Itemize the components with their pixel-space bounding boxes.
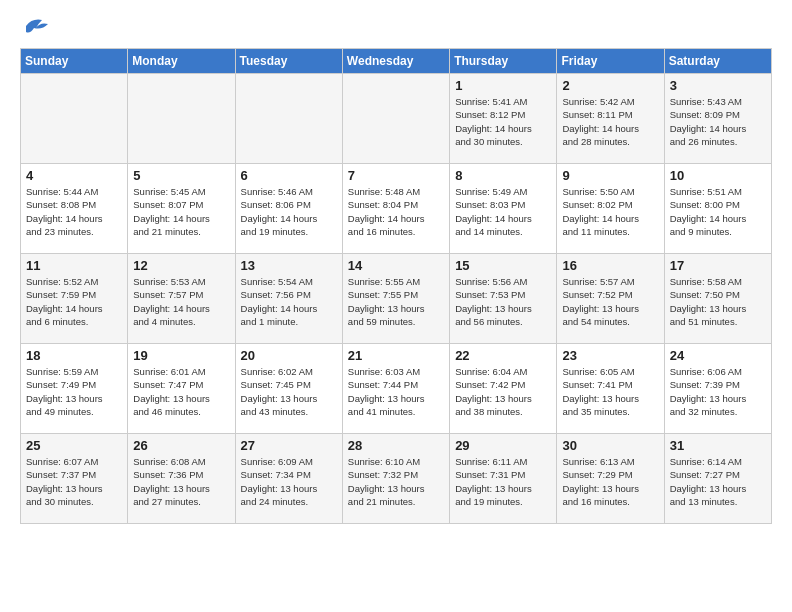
day-number: 4 bbox=[26, 168, 122, 183]
calendar-cell: 26Sunrise: 6:08 AM Sunset: 7:36 PM Dayli… bbox=[128, 434, 235, 524]
header bbox=[20, 16, 772, 36]
calendar-cell: 2Sunrise: 5:42 AM Sunset: 8:11 PM Daylig… bbox=[557, 74, 664, 164]
calendar-cell: 29Sunrise: 6:11 AM Sunset: 7:31 PM Dayli… bbox=[450, 434, 557, 524]
calendar-cell bbox=[21, 74, 128, 164]
day-info: Sunrise: 6:02 AM Sunset: 7:45 PM Dayligh… bbox=[241, 365, 337, 418]
day-header-saturday: Saturday bbox=[664, 49, 771, 74]
day-info: Sunrise: 6:01 AM Sunset: 7:47 PM Dayligh… bbox=[133, 365, 229, 418]
calendar-cell: 1Sunrise: 5:41 AM Sunset: 8:12 PM Daylig… bbox=[450, 74, 557, 164]
day-info: Sunrise: 5:41 AM Sunset: 8:12 PM Dayligh… bbox=[455, 95, 551, 148]
day-number: 21 bbox=[348, 348, 444, 363]
day-header-monday: Monday bbox=[128, 49, 235, 74]
calendar-week-row: 11Sunrise: 5:52 AM Sunset: 7:59 PM Dayli… bbox=[21, 254, 772, 344]
calendar-cell: 22Sunrise: 6:04 AM Sunset: 7:42 PM Dayli… bbox=[450, 344, 557, 434]
day-header-sunday: Sunday bbox=[21, 49, 128, 74]
day-info: Sunrise: 5:56 AM Sunset: 7:53 PM Dayligh… bbox=[455, 275, 551, 328]
day-number: 15 bbox=[455, 258, 551, 273]
day-info: Sunrise: 6:09 AM Sunset: 7:34 PM Dayligh… bbox=[241, 455, 337, 508]
calendar-cell: 14Sunrise: 5:55 AM Sunset: 7:55 PM Dayli… bbox=[342, 254, 449, 344]
day-number: 16 bbox=[562, 258, 658, 273]
day-number: 22 bbox=[455, 348, 551, 363]
day-number: 26 bbox=[133, 438, 229, 453]
calendar-cell: 12Sunrise: 5:53 AM Sunset: 7:57 PM Dayli… bbox=[128, 254, 235, 344]
calendar-cell: 8Sunrise: 5:49 AM Sunset: 8:03 PM Daylig… bbox=[450, 164, 557, 254]
day-info: Sunrise: 6:06 AM Sunset: 7:39 PM Dayligh… bbox=[670, 365, 766, 418]
calendar-cell: 10Sunrise: 5:51 AM Sunset: 8:00 PM Dayli… bbox=[664, 164, 771, 254]
day-header-friday: Friday bbox=[557, 49, 664, 74]
day-info: Sunrise: 5:51 AM Sunset: 8:00 PM Dayligh… bbox=[670, 185, 766, 238]
calendar-cell: 16Sunrise: 5:57 AM Sunset: 7:52 PM Dayli… bbox=[557, 254, 664, 344]
day-number: 27 bbox=[241, 438, 337, 453]
calendar-cell: 31Sunrise: 6:14 AM Sunset: 7:27 PM Dayli… bbox=[664, 434, 771, 524]
day-info: Sunrise: 5:42 AM Sunset: 8:11 PM Dayligh… bbox=[562, 95, 658, 148]
calendar-cell: 4Sunrise: 5:44 AM Sunset: 8:08 PM Daylig… bbox=[21, 164, 128, 254]
calendar-table: SundayMondayTuesdayWednesdayThursdayFrid… bbox=[20, 48, 772, 524]
calendar-cell: 23Sunrise: 6:05 AM Sunset: 7:41 PM Dayli… bbox=[557, 344, 664, 434]
day-info: Sunrise: 6:04 AM Sunset: 7:42 PM Dayligh… bbox=[455, 365, 551, 418]
calendar-cell: 21Sunrise: 6:03 AM Sunset: 7:44 PM Dayli… bbox=[342, 344, 449, 434]
calendar-cell: 28Sunrise: 6:10 AM Sunset: 7:32 PM Dayli… bbox=[342, 434, 449, 524]
calendar-cell: 13Sunrise: 5:54 AM Sunset: 7:56 PM Dayli… bbox=[235, 254, 342, 344]
calendar-week-row: 25Sunrise: 6:07 AM Sunset: 7:37 PM Dayli… bbox=[21, 434, 772, 524]
day-number: 25 bbox=[26, 438, 122, 453]
calendar-week-row: 1Sunrise: 5:41 AM Sunset: 8:12 PM Daylig… bbox=[21, 74, 772, 164]
day-info: Sunrise: 5:57 AM Sunset: 7:52 PM Dayligh… bbox=[562, 275, 658, 328]
day-info: Sunrise: 5:45 AM Sunset: 8:07 PM Dayligh… bbox=[133, 185, 229, 238]
day-number: 9 bbox=[562, 168, 658, 183]
day-info: Sunrise: 6:07 AM Sunset: 7:37 PM Dayligh… bbox=[26, 455, 122, 508]
day-number: 12 bbox=[133, 258, 229, 273]
day-number: 17 bbox=[670, 258, 766, 273]
calendar-cell: 7Sunrise: 5:48 AM Sunset: 8:04 PM Daylig… bbox=[342, 164, 449, 254]
day-number: 11 bbox=[26, 258, 122, 273]
day-info: Sunrise: 6:08 AM Sunset: 7:36 PM Dayligh… bbox=[133, 455, 229, 508]
day-info: Sunrise: 6:03 AM Sunset: 7:44 PM Dayligh… bbox=[348, 365, 444, 418]
day-number: 24 bbox=[670, 348, 766, 363]
calendar-cell bbox=[128, 74, 235, 164]
day-info: Sunrise: 6:13 AM Sunset: 7:29 PM Dayligh… bbox=[562, 455, 658, 508]
day-number: 8 bbox=[455, 168, 551, 183]
day-info: Sunrise: 5:53 AM Sunset: 7:57 PM Dayligh… bbox=[133, 275, 229, 328]
calendar-cell: 9Sunrise: 5:50 AM Sunset: 8:02 PM Daylig… bbox=[557, 164, 664, 254]
day-number: 5 bbox=[133, 168, 229, 183]
logo-bird-icon bbox=[22, 16, 50, 36]
day-info: Sunrise: 5:58 AM Sunset: 7:50 PM Dayligh… bbox=[670, 275, 766, 328]
calendar-cell: 11Sunrise: 5:52 AM Sunset: 7:59 PM Dayli… bbox=[21, 254, 128, 344]
day-number: 28 bbox=[348, 438, 444, 453]
calendar-cell: 25Sunrise: 6:07 AM Sunset: 7:37 PM Dayli… bbox=[21, 434, 128, 524]
logo bbox=[20, 16, 50, 36]
day-info: Sunrise: 5:48 AM Sunset: 8:04 PM Dayligh… bbox=[348, 185, 444, 238]
calendar-cell: 30Sunrise: 6:13 AM Sunset: 7:29 PM Dayli… bbox=[557, 434, 664, 524]
day-info: Sunrise: 6:11 AM Sunset: 7:31 PM Dayligh… bbox=[455, 455, 551, 508]
calendar-cell: 3Sunrise: 5:43 AM Sunset: 8:09 PM Daylig… bbox=[664, 74, 771, 164]
calendar-week-row: 4Sunrise: 5:44 AM Sunset: 8:08 PM Daylig… bbox=[21, 164, 772, 254]
calendar-cell: 18Sunrise: 5:59 AM Sunset: 7:49 PM Dayli… bbox=[21, 344, 128, 434]
calendar-cell: 19Sunrise: 6:01 AM Sunset: 7:47 PM Dayli… bbox=[128, 344, 235, 434]
day-header-thursday: Thursday bbox=[450, 49, 557, 74]
day-info: Sunrise: 5:54 AM Sunset: 7:56 PM Dayligh… bbox=[241, 275, 337, 328]
day-number: 19 bbox=[133, 348, 229, 363]
day-number: 6 bbox=[241, 168, 337, 183]
calendar-cell: 5Sunrise: 5:45 AM Sunset: 8:07 PM Daylig… bbox=[128, 164, 235, 254]
calendar-cell bbox=[342, 74, 449, 164]
calendar-cell: 17Sunrise: 5:58 AM Sunset: 7:50 PM Dayli… bbox=[664, 254, 771, 344]
day-number: 3 bbox=[670, 78, 766, 93]
calendar-cell: 20Sunrise: 6:02 AM Sunset: 7:45 PM Dayli… bbox=[235, 344, 342, 434]
day-number: 7 bbox=[348, 168, 444, 183]
calendar-cell: 24Sunrise: 6:06 AM Sunset: 7:39 PM Dayli… bbox=[664, 344, 771, 434]
day-info: Sunrise: 5:43 AM Sunset: 8:09 PM Dayligh… bbox=[670, 95, 766, 148]
calendar-cell: 27Sunrise: 6:09 AM Sunset: 7:34 PM Dayli… bbox=[235, 434, 342, 524]
day-number: 14 bbox=[348, 258, 444, 273]
calendar-week-row: 18Sunrise: 5:59 AM Sunset: 7:49 PM Dayli… bbox=[21, 344, 772, 434]
calendar-cell: 15Sunrise: 5:56 AM Sunset: 7:53 PM Dayli… bbox=[450, 254, 557, 344]
day-number: 20 bbox=[241, 348, 337, 363]
day-info: Sunrise: 5:59 AM Sunset: 7:49 PM Dayligh… bbox=[26, 365, 122, 418]
day-number: 10 bbox=[670, 168, 766, 183]
day-number: 18 bbox=[26, 348, 122, 363]
day-number: 29 bbox=[455, 438, 551, 453]
day-info: Sunrise: 6:10 AM Sunset: 7:32 PM Dayligh… bbox=[348, 455, 444, 508]
day-info: Sunrise: 6:05 AM Sunset: 7:41 PM Dayligh… bbox=[562, 365, 658, 418]
day-info: Sunrise: 5:52 AM Sunset: 7:59 PM Dayligh… bbox=[26, 275, 122, 328]
day-info: Sunrise: 5:55 AM Sunset: 7:55 PM Dayligh… bbox=[348, 275, 444, 328]
day-number: 30 bbox=[562, 438, 658, 453]
day-info: Sunrise: 6:14 AM Sunset: 7:27 PM Dayligh… bbox=[670, 455, 766, 508]
